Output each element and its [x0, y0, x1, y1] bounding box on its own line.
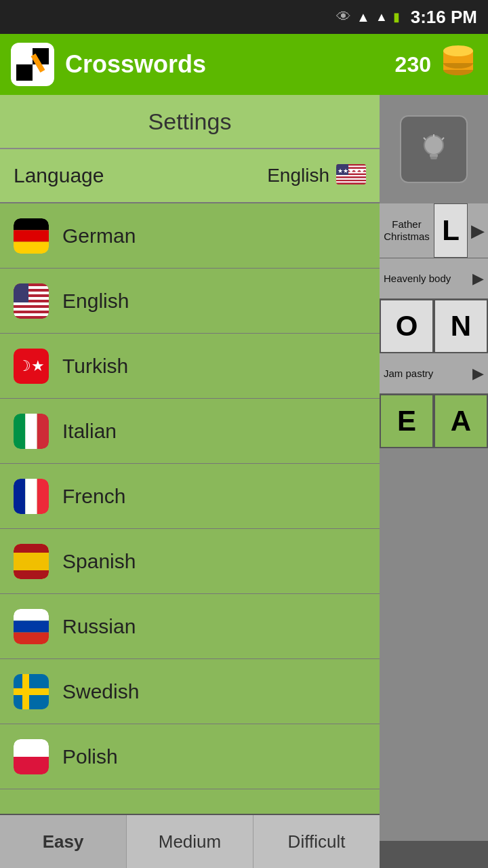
main-area: Settings Language English: [0, 95, 488, 868]
coin-count: 230: [395, 52, 431, 77]
svg-rect-20: [336, 176, 366, 178]
clue-text-3: Jam pastry: [384, 368, 433, 379]
svg-rect-47: [37, 414, 49, 449]
settings-title: Settings: [148, 108, 232, 135]
settings-panel: Settings Language English: [0, 95, 380, 841]
language-item-swedish[interactable]: Swedish: [0, 659, 380, 724]
svg-rect-19: [336, 175, 366, 176]
current-language: English: [267, 165, 329, 186]
svg-rect-21: [336, 178, 366, 180]
flag-german: [14, 218, 49, 254]
arrow-2: ▶: [472, 270, 484, 288]
svg-rect-50: [37, 479, 49, 514]
language-item-german[interactable]: German: [0, 203, 380, 269]
arrow-3: ▶: [472, 365, 484, 382]
svg-point-59: [424, 136, 443, 155]
right-panel: Father Christ­mas L ▶ Heavenly body ▶ O …: [380, 95, 488, 841]
settings-header: Settings: [0, 95, 380, 149]
language-label: Language: [14, 164, 267, 187]
app-icon: [11, 43, 54, 86]
letter-row-EA: E A: [380, 394, 488, 448]
flag-spanish: [14, 544, 49, 579]
app-header: Crosswords 230: [0, 34, 488, 95]
svg-rect-43: [14, 316, 49, 319]
language-row[interactable]: Language English: [0, 149, 380, 203]
language-item-french[interactable]: French: [0, 464, 380, 529]
svg-rect-38: [14, 302, 49, 305]
clue-text-2: Heavenly body: [384, 273, 451, 284]
language-item-polish[interactable]: Polish: [0, 724, 380, 789]
current-language-flag: ★★★★★★★★★★★★★★★★★★★★★★★★★★★★★★★★★★★★★★★★…: [336, 164, 366, 187]
svg-rect-22: [336, 180, 366, 181]
svg-rect-56: [14, 632, 49, 644]
flag-french: [14, 479, 49, 514]
wifi-icon: ▲: [357, 9, 370, 25]
svg-rect-54: [14, 609, 49, 620]
svg-rect-0: [16, 48, 33, 64]
cell-L: L: [434, 203, 468, 258]
cell-A: A: [434, 394, 488, 448]
svg-rect-44: [14, 283, 28, 302]
app-title: Crosswords: [65, 50, 395, 79]
svg-rect-2: [16, 64, 33, 81]
clue-row-2: Heavenly body ▶: [380, 258, 488, 299]
svg-rect-53: [14, 570, 49, 579]
svg-rect-23: [336, 181, 366, 182]
language-item-spanish[interactable]: Spanish: [0, 529, 380, 594]
svg-rect-41: [14, 311, 49, 313]
svg-text:★★★★★★★★★★★★★★★★★★★★★★★★★★★★★★: ★★★★★★★★★★★★★★★★★★★★★★★★★★★★★★★★★★★★★★★★…: [338, 167, 366, 174]
clue-row-3: Jam pastry ▶: [380, 353, 488, 394]
flag-english: [14, 283, 49, 319]
svg-rect-61: [430, 157, 437, 159]
svg-rect-46: [25, 414, 37, 449]
clue-text-1: Father Christ­mas: [380, 203, 434, 258]
svg-rect-45: [14, 414, 25, 449]
svg-rect-42: [14, 313, 49, 316]
svg-rect-49: [25, 479, 37, 514]
svg-line-63: [424, 138, 426, 140]
svg-rect-48: [14, 479, 25, 514]
language-name-english: English: [62, 290, 129, 313]
language-name-french: French: [62, 485, 125, 508]
flag-italian: [14, 414, 49, 449]
language-name-russian: Russian: [62, 615, 136, 638]
svg-rect-28: [14, 230, 49, 241]
lightbulb-button[interactable]: [400, 115, 468, 183]
language-item-english[interactable]: English: [0, 269, 380, 334]
language-name-spanish: Spanish: [62, 550, 136, 573]
language-name-german: German: [62, 224, 136, 248]
flag-russian: [14, 609, 49, 644]
svg-rect-27: [14, 218, 49, 230]
language-item-turkish[interactable]: ☽★ Turkish: [0, 334, 380, 399]
svg-point-10: [443, 45, 473, 56]
language-name-polish: Polish: [62, 745, 118, 768]
language-name-italian: Italian: [62, 420, 117, 443]
language-name-swedish: Swedish: [62, 680, 139, 703]
cell-E: E: [380, 394, 434, 448]
tab-difficult[interactable]: Difficult: [253, 815, 380, 868]
svg-line-64: [442, 138, 444, 140]
tab-medium[interactable]: Medium: [127, 815, 253, 868]
flag-polish: [14, 739, 49, 774]
clue-row-1: Father Christ­mas L ▶: [380, 203, 488, 258]
status-time: 3:16 PM: [411, 7, 477, 28]
letter-row-ON: O N: [380, 299, 488, 353]
svg-rect-40: [14, 308, 49, 311]
tab-easy[interactable]: Easy: [0, 815, 127, 868]
cell-O: O: [380, 299, 434, 353]
svg-rect-55: [14, 620, 49, 632]
lightbulb-area: [380, 95, 488, 203]
flag-turkish: ☽★: [14, 349, 49, 384]
language-item-russian[interactable]: Russian: [0, 594, 380, 659]
status-icons: 👁 ▲ ▲ ▮ 3:16 PM: [336, 7, 477, 28]
svg-rect-52: [14, 544, 49, 553]
language-item-italian[interactable]: Italian: [0, 399, 380, 464]
svg-rect-29: [14, 241, 49, 253]
battery-icon: ▮: [393, 9, 400, 24]
language-name-turkish: Turkish: [62, 355, 128, 378]
cell-N: N: [434, 299, 488, 353]
coins-icon: [439, 45, 477, 84]
eye-icon: 👁: [336, 8, 351, 26]
signal-icon: ▲: [375, 10, 388, 24]
arrow-1: ▶: [468, 203, 488, 258]
